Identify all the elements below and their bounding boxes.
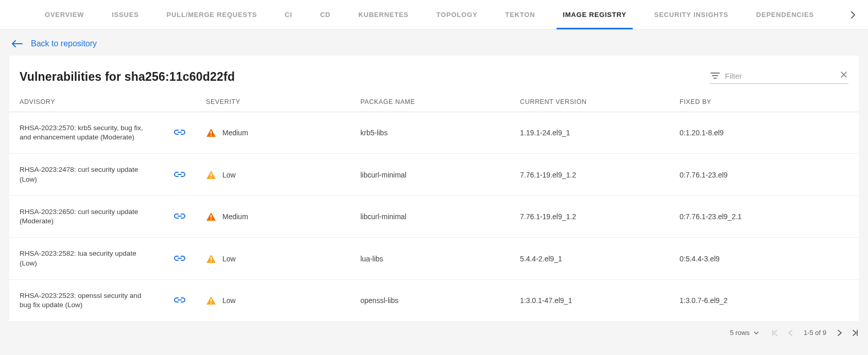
severity-cell: Medium	[206, 212, 340, 221]
col-severity[interactable]: SEVERITY	[196, 92, 350, 112]
rows-per-page-select[interactable]: 5 rows	[730, 329, 759, 336]
svg-rect-2	[211, 173, 212, 176]
prev-page-button[interactable]	[788, 329, 793, 336]
svg-rect-7	[211, 261, 212, 262]
warning-triangle-icon	[206, 296, 216, 305]
table-row: RHSA-2023:2570: krb5 security, bug fix, …	[9, 112, 859, 154]
package-name: libcurl-minimal	[350, 154, 510, 196]
tab-security-insights[interactable]: SECURITY INSIGHTS	[648, 1, 735, 29]
svg-rect-1	[211, 135, 212, 136]
tab-ci[interactable]: CI	[279, 1, 299, 29]
filter-input[interactable]	[725, 72, 835, 80]
severity-cell: Medium	[206, 128, 340, 137]
tab-image-registry[interactable]: IMAGE REGISTRY	[557, 1, 632, 29]
svg-rect-0	[211, 131, 212, 134]
svg-rect-8	[211, 299, 212, 301]
tab-kubernetes[interactable]: KUBERNETES	[352, 1, 415, 29]
close-icon	[840, 71, 847, 78]
tab-tekton[interactable]: TEKTON	[499, 1, 541, 29]
back-to-repository-link[interactable]: Back to repository	[0, 30, 868, 56]
severity-label: Low	[222, 255, 236, 263]
fixed-by-version: 0:5.4.4-3.el9	[669, 238, 859, 279]
next-page-button[interactable]	[837, 329, 842, 336]
warning-triangle-icon	[206, 254, 216, 263]
col-fixed[interactable]: FIXED BY	[669, 92, 859, 112]
warning-triangle-icon	[206, 212, 216, 221]
vulnerabilities-table: ADVISORY SEVERITY PACKAGE NAME CURRENT V…	[9, 92, 859, 322]
chevron-right-icon	[850, 11, 856, 19]
arrow-left-icon	[11, 40, 23, 47]
pagination: 5 rows 1-5 of 9	[0, 322, 868, 342]
advisory-link[interactable]	[174, 296, 185, 305]
svg-rect-5	[211, 219, 212, 220]
warning-triangle-icon	[206, 170, 216, 180]
svg-rect-3	[211, 177, 212, 178]
warning-triangle-icon	[206, 128, 216, 137]
col-current[interactable]: CURRENT VERSION	[510, 92, 669, 112]
package-name: openssl-libs	[350, 279, 510, 321]
panel-header: Vulnerabilities for sha256:11c60d22fd	[9, 56, 859, 92]
link-icon	[174, 129, 185, 137]
clear-filter-button[interactable]	[840, 71, 847, 80]
tabs-scroll-right[interactable]	[848, 9, 858, 21]
current-version: 5.4.4-2.el9_1	[510, 238, 669, 279]
tab-pull-merge-requests[interactable]: PULL/MERGE REQUESTS	[161, 1, 264, 29]
link-icon	[174, 171, 185, 179]
package-name: krb5-libs	[350, 112, 510, 154]
link-icon	[174, 296, 185, 305]
first-page-icon	[771, 329, 778, 336]
col-link-spacer	[164, 92, 196, 112]
fixed-by-version: 0:7.76.1-23.el9_2.1	[669, 196, 859, 237]
current-version: 7.76.1-19.el9_1.2	[510, 154, 669, 196]
severity-label: Low	[222, 296, 236, 305]
last-page-button[interactable]	[852, 329, 859, 336]
severity-cell: Low	[206, 296, 340, 305]
tab-overview[interactable]: OVERVIEW	[39, 1, 90, 29]
back-link-text: Back to repository	[31, 39, 97, 48]
fixed-by-version: 1:3.0.7-6.el9_2	[669, 279, 859, 321]
link-icon	[174, 212, 185, 221]
advisory-link[interactable]	[174, 171, 185, 179]
severity-cell: Low	[206, 170, 340, 180]
advisory-link[interactable]	[174, 212, 185, 221]
filter-icon	[710, 72, 720, 79]
tab-topology[interactable]: TOPOLOGY	[430, 1, 484, 29]
advisory-text: RHSA-2023:2523: openssl security and bug…	[20, 291, 148, 310]
filter-field[interactable]	[709, 70, 848, 84]
tab-cd[interactable]: CD	[314, 1, 337, 29]
advisory-text: RHSA-2023:2650: curl security update (Mo…	[20, 207, 148, 226]
dropdown-caret-icon	[754, 331, 759, 334]
fixed-by-version: 0:1.20.1-8.el9	[669, 112, 859, 154]
tabs-bar: OVERVIEWISSUESPULL/MERGE REQUESTSCICDKUB…	[0, 0, 868, 30]
vulnerabilities-panel: Vulnerabilities for sha256:11c60d22fd AD…	[9, 56, 859, 322]
link-icon	[174, 255, 185, 263]
table-row: RHSA-2023:2478: curl security update (Lo…	[9, 154, 859, 196]
tab-dependencies[interactable]: DEPENDENCIES	[750, 1, 820, 29]
severity-label: Low	[222, 171, 236, 179]
tab-issues[interactable]: ISSUES	[106, 1, 145, 29]
svg-rect-9	[211, 303, 212, 304]
table-row: RHSA-2023:2523: openssl security and bug…	[9, 279, 859, 321]
col-advisory[interactable]: ADVISORY	[9, 92, 164, 112]
page-title: Vulnerabilities for sha256:11c60d22fd	[20, 70, 235, 84]
chevron-left-icon	[788, 329, 793, 336]
svg-rect-6	[211, 257, 212, 260]
severity-cell: Low	[206, 254, 340, 263]
col-package[interactable]: PACKAGE NAME	[350, 92, 510, 112]
severity-label: Medium	[222, 212, 248, 221]
svg-rect-4	[211, 215, 212, 218]
advisory-text: RHSA-2023:2570: krb5 security, bug fix, …	[20, 123, 148, 142]
chevron-right-icon	[837, 329, 842, 336]
current-version: 1:3.0.1-47.el9_1	[510, 279, 669, 321]
advisory-link[interactable]	[174, 255, 185, 263]
advisory-link[interactable]	[174, 129, 185, 137]
current-version: 1.19.1-24.el9_1	[510, 112, 669, 154]
package-name: lua-libs	[350, 238, 510, 279]
tabs-container: OVERVIEWISSUESPULL/MERGE REQUESTSCICDKUB…	[10, 1, 848, 29]
first-page-button[interactable]	[771, 329, 778, 336]
package-name: libcurl-minimal	[350, 196, 510, 237]
table-row: RHSA-2023:2650: curl security update (Mo…	[9, 196, 859, 237]
advisory-text: RHSA-2023:2582: lua security update (Low…	[20, 249, 148, 268]
rows-label: 5 rows	[730, 329, 750, 336]
fixed-by-version: 0:7.76.1-23.el9	[669, 154, 859, 196]
